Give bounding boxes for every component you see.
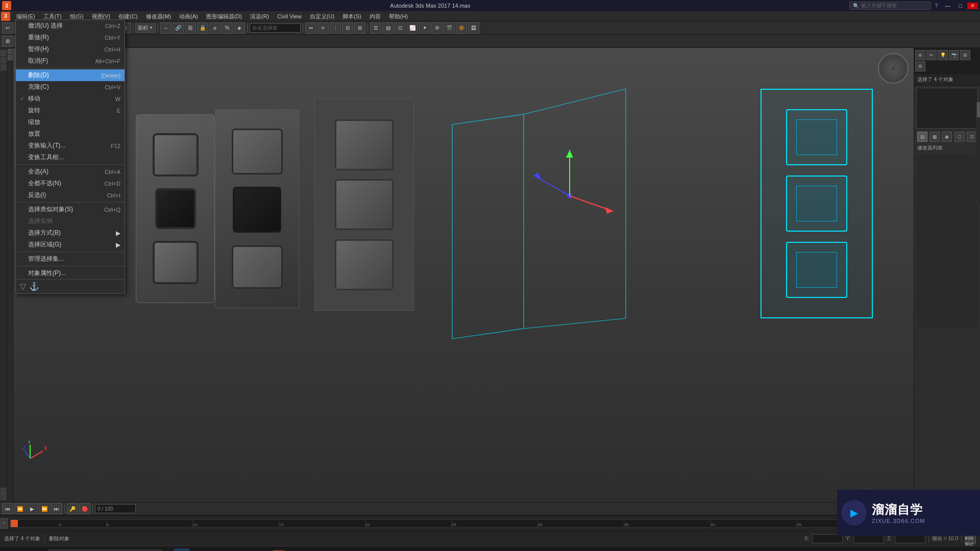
rp-mode-4[interactable]: ⬡	[954, 132, 965, 142]
schematic-btn[interactable]: ⊡	[395, 22, 406, 34]
render-btn[interactable]: 🎬	[444, 22, 455, 34]
menu-animate[interactable]: 动画(A)	[175, 11, 202, 21]
modifier-list[interactable]	[915, 154, 979, 328]
ctx-rotate[interactable]: 旋转 E	[16, 105, 125, 116]
menu-graph-editor[interactable]: 图形编辑器(D)	[202, 11, 246, 21]
rp-mode-1[interactable]: ▤	[917, 132, 927, 142]
maximize-button[interactable]: □	[955, 3, 965, 9]
tb2-btn1[interactable]: ⊞	[2, 36, 13, 47]
mini-panel-btn2[interactable]	[8, 55, 13, 60]
play-last-frame[interactable]: ⏭	[51, 503, 62, 514]
timeline-track[interactable]: 0 5 10 15 20 25 30 35 40 45 50 55	[10, 519, 970, 528]
rp-icon-2[interactable]: ✏	[926, 50, 937, 60]
rp-icon-6[interactable]: ⚙	[915, 61, 925, 71]
particle-btn[interactable]: ✦	[419, 22, 430, 34]
frame-range-field[interactable]: 0 / 100	[95, 504, 136, 513]
play-first-frame[interactable]: ⏮	[2, 503, 13, 514]
render-setup-btn[interactable]: ⚙	[431, 22, 443, 34]
ctx-obj-props[interactable]: 对象属性(P)...	[16, 267, 125, 279]
ctx-invert-sel[interactable]: 反选(I) Ctrl+I	[16, 189, 125, 201]
sidebar-btn1[interactable]	[1, 50, 7, 56]
ctx-select-region[interactable]: 选择区域(G) ▶	[16, 239, 125, 251]
link-btn[interactable]: 🔗	[173, 22, 184, 34]
ribbon-btn[interactable]: ▤	[382, 22, 394, 34]
sidebar-btn3[interactable]	[1, 64, 7, 70]
curve-btn[interactable]: 📈	[407, 22, 418, 34]
play-button[interactable]: ▶	[27, 503, 38, 514]
close-button[interactable]: ✕	[967, 3, 978, 9]
ctx-move[interactable]: ✓ 移动 W	[16, 93, 125, 105]
rp-scrollbar[interactable]	[976, 102, 980, 204]
ctx-transform-input[interactable]: 变换输入(T)... F12	[16, 140, 125, 152]
angle-snap[interactable]: ⌀	[209, 22, 220, 34]
ctx-redo[interactable]: 重做(R) Ctrl+Y	[16, 32, 125, 43]
ctx-transform-toolbox[interactable]: 变换工具框...	[16, 152, 125, 163]
task-view-button[interactable]	[25, 548, 41, 552]
undo-button[interactable]: ↩	[2, 22, 13, 34]
rp-icon-5[interactable]: ⊞	[960, 50, 970, 60]
menu-modifier[interactable]: 修改器(M)	[142, 11, 176, 21]
spinner-snap[interactable]: ◈	[234, 22, 245, 34]
snap-toggle[interactable]: 🔒	[197, 22, 208, 34]
view-cube[interactable]: ⬛	[878, 53, 909, 84]
ctx-select-all[interactable]: 全选(A) Ctrl+A	[16, 166, 125, 178]
menu-civil-view[interactable]: Civil View	[273, 11, 305, 21]
ctx-clone[interactable]: 克隆(C) Ctrl+V	[16, 81, 125, 93]
layer-btn[interactable]: ☰	[370, 22, 381, 34]
rp-mode-3[interactable]: ◉	[942, 132, 952, 142]
rp-mode-2[interactable]: ▦	[929, 132, 940, 142]
play-forward[interactable]: ⏩	[39, 503, 50, 514]
render-frame-btn[interactable]: 🖼	[468, 22, 479, 34]
sidebar-btn5[interactable]	[1, 494, 7, 500]
ctx-pause[interactable]: 暂停(H) Ctrl+H	[16, 43, 125, 55]
taskbar-edge-icon[interactable]: e	[174, 548, 190, 552]
activeshade-btn[interactable]: 🔆	[456, 22, 467, 34]
menu-script[interactable]: 脚本(S)	[338, 11, 365, 21]
ctx-manage-sets[interactable]: 管理选择集...	[16, 253, 125, 265]
window-controls[interactable]: — □ ✕	[942, 3, 978, 9]
menu-content[interactable]: 内容	[365, 11, 385, 21]
tl-left-btn[interactable]: <	[1, 518, 8, 529]
mini-panel-btn[interactable]	[8, 49, 13, 54]
ctx-delete[interactable]: 删除(D) [Delete]	[16, 69, 125, 81]
start-button[interactable]	[4, 547, 22, 552]
named-selection-field[interactable]: 命名选择集	[250, 23, 301, 33]
taskbar-store-icon[interactable]: 🛍	[212, 548, 229, 552]
3d-scene[interactable]: X Y Z ⬛	[13, 48, 914, 502]
sidebar-btn4[interactable]	[1, 488, 7, 494]
rp-scroll-thumb[interactable]	[977, 102, 980, 117]
align-btn[interactable]: ≡	[317, 22, 329, 34]
minimize-button[interactable]: —	[942, 3, 953, 9]
rp-icon-1[interactable]: ⊕	[915, 50, 925, 60]
pct-snap[interactable]: %	[222, 22, 233, 34]
view-type-dropdown[interactable]: 面积 ▼	[135, 23, 156, 33]
play-back[interactable]: ⏪	[14, 503, 26, 514]
keyframe-btn[interactable]: 🔑	[67, 503, 78, 514]
timeline-playhead[interactable]	[11, 520, 18, 527]
ctx-scale[interactable]: 缩放	[16, 116, 125, 128]
help-button[interactable]: ?	[935, 3, 938, 9]
ctx-select-similar[interactable]: 选择类似对象(S) Ctrl+Q	[16, 204, 125, 215]
menu-custom[interactable]: 自定义(U)	[306, 11, 338, 21]
ctx-cancel[interactable]: 取消(F) Alt+Ctrl+F	[16, 55, 125, 67]
ctx-deselect-all[interactable]: 全都不选(N) Ctrl+D	[16, 178, 125, 189]
taskbar-folder-icon[interactable]: 📁	[193, 548, 209, 552]
sidebar-btn2[interactable]	[1, 57, 7, 63]
align2-btn[interactable]: ⋮	[330, 22, 341, 34]
move-mode-btn[interactable]: ↔	[160, 22, 172, 34]
align4-btn[interactable]: ⊞	[354, 22, 365, 34]
taskbar-3dsmax-icon[interactable]: 3	[271, 548, 287, 552]
ctx-select-by[interactable]: 选择方式(B) ▶	[16, 227, 125, 239]
search-bar[interactable]: 🔍 输入关键字搜索	[849, 2, 931, 10]
ctx-place[interactable]: 放置	[16, 128, 125, 140]
bind-btn[interactable]: ⛓	[185, 22, 196, 34]
rp-icon-4[interactable]: 📷	[949, 50, 959, 60]
ctx-undo[interactable]: 撤消(U) 选择 Ctrl+Z	[16, 20, 125, 32]
rp-icon-3[interactable]: 💡	[938, 50, 948, 60]
menu-render[interactable]: 渲染(R)	[246, 11, 273, 21]
taskbar-search[interactable]: 🔍 在这里输入你要搜索的内容	[44, 549, 166, 552]
menu-help[interactable]: 帮助(H)	[385, 11, 412, 21]
taskbar-firefox-icon[interactable]: 🦊	[251, 548, 267, 552]
taskbar-chrome-icon[interactable]: 🌐	[232, 548, 248, 552]
show-desktop-button[interactable]	[973, 549, 975, 552]
